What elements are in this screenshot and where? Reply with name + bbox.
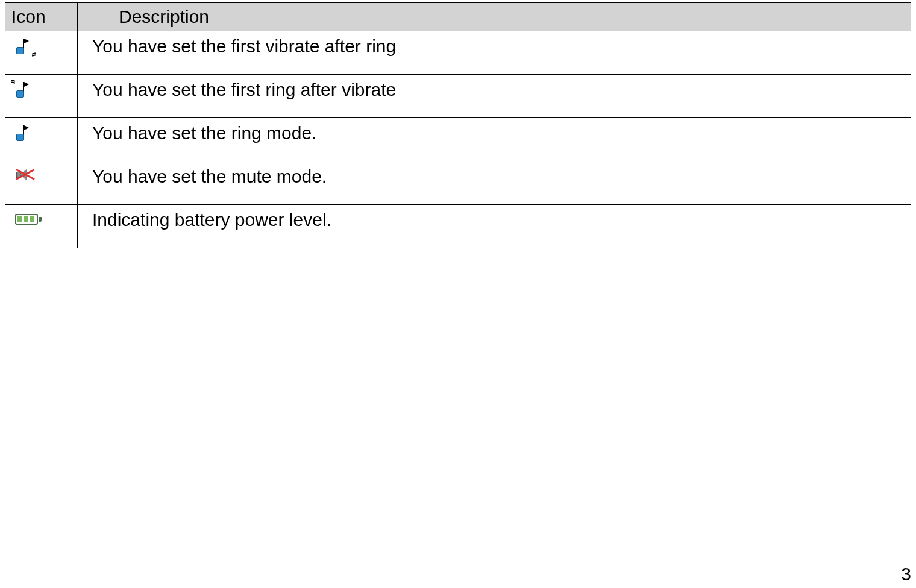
icon-description-table: Icon Description You have set the first … [5,2,911,248]
icon-cell [5,161,78,205]
description-cell: You have set the first ring after vibrat… [78,75,911,118]
icon-cell [5,118,78,161]
mute-mode-icon [15,166,37,183]
header-icon: Icon [5,3,78,31]
ring-after-vibrate-icon [15,80,32,99]
table-row: Indicating battery power level. [5,205,911,248]
table-header-row: Icon Description [5,3,911,31]
battery-level-icon [15,213,42,226]
vibrate-after-ring-icon [15,36,32,55]
icon-cell [5,31,78,75]
table-row: You have set the first ring after vibrat… [5,75,911,118]
page-number: 3 [901,564,911,584]
icon-cell [5,205,78,248]
table-row: You have set the first vibrate after rin… [5,31,911,75]
description-cell: You have set the ring mode. [78,118,911,161]
description-cell: You have set the mute mode. [78,161,911,205]
header-description: Description [78,3,911,31]
ring-mode-icon [15,123,32,142]
icon-cell [5,75,78,118]
description-cell: You have set the first vibrate after rin… [78,31,911,75]
description-cell: Indicating battery power level. [78,205,911,248]
table-row: You have set the ring mode. [5,118,911,161]
table-row: You have set the mute mode. [5,161,911,205]
